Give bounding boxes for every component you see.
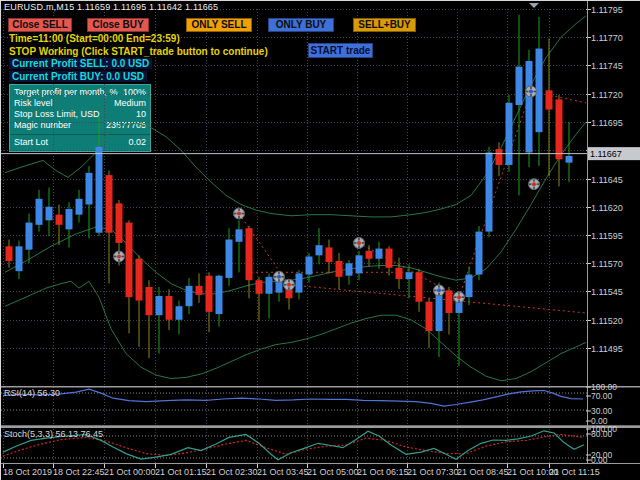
candle-bearish [166,296,173,320]
ea-time-status: Time=11:00 (Start=00:00 End=23:59) [9,33,180,44]
candle-bullish [306,256,313,274]
candle-bearish [366,251,373,259]
start-trade-button[interactable]: START trade [308,43,373,58]
price-axis-label: 1.11520 [591,316,623,326]
candle-bullish [526,61,533,153]
candle-bullish [186,286,193,306]
candle-bearish [56,215,63,225]
stoch-axis-label: 0.00 [591,455,608,465]
candle-bearish [426,302,433,331]
trade-marker-part [437,288,441,292]
trade-marker-part [237,212,241,216]
candle-bullish [376,249,383,259]
candle-bullish [486,153,493,232]
candle-bearish [556,99,563,159]
price-axis-label: 1.11545 [591,287,623,297]
rsi-indicator-label: RSI(14) 56.30 [4,388,60,398]
candle-bearish [6,246,13,261]
trade-marker-part [287,283,291,287]
time-axis-label: 21 Oct 03:45 [257,467,309,477]
candle-bullish [66,209,73,229]
trade-marker-buy [434,285,445,296]
candle-bullish [26,223,33,250]
candle-bearish [196,286,203,295]
trade-marker-part [117,254,121,258]
price-axis-label: 1.11645 [591,175,623,185]
candle-bullish [216,276,223,314]
current-price-value: 1.11667 [590,149,622,159]
trade-marker-buy [274,271,285,282]
candle-bearish [146,287,153,315]
candle-bullish [516,67,523,105]
time-axis-label: 21 Oct 06:15 [357,467,409,477]
candle-bullish [96,147,103,233]
candle-bullish [476,232,483,275]
candle-bearish [496,149,503,165]
price-axis-label: 1.11570 [591,259,623,269]
mt4-chart-window: 1.117951.117701.117451.117201.116951.116… [0,0,640,480]
candle-bullish [236,229,243,241]
time-axis-label: 18 Oct 22:45 [53,467,105,477]
price-axis-label: 1.11695 [591,118,623,128]
only-sell-button[interactable]: ONLY SELL [186,18,252,32]
price-axis-label: 1.11620 [591,203,623,213]
candle-bearish [446,290,453,313]
candle-bullish [176,306,183,320]
candle-bullish [406,272,413,279]
candle-bullish [266,277,273,294]
trade-marker-sell [529,179,540,190]
price-axis-label: 1.11495 [591,344,623,354]
time-axis-label: 21 Oct 00:00 [104,467,156,477]
close-buy-button[interactable]: Close BUY [87,18,149,32]
trade-marker-part [357,241,361,245]
candle-bullish [566,156,573,163]
candle-bullish [16,246,23,271]
candle-bullish [36,199,43,225]
candle-bearish [246,228,253,280]
candle-bearish [126,223,133,298]
candle-bullish [296,273,303,292]
candle-bullish [226,240,233,278]
time-axis-label: 21 Oct 01:15 [155,467,207,477]
stoch-axis-label: 80.00 [591,429,613,439]
stoch-indicator-label: Stoch(5,3,3) 56.13 76.45 [4,429,103,439]
time-axis-label: 18 Oct 2019 [3,467,52,477]
sell-buy-button[interactable]: SELL+BUY [353,18,416,32]
trade-marker-sell [234,208,245,219]
current-profit-sell: Current Profit SELL: 0.0 USD [9,58,152,69]
time-axis-label: 21 Oct 05:00 [307,467,359,477]
candle-bullish [436,290,443,331]
trade-marker-buy [526,86,537,97]
candle-bullish [86,173,93,205]
candle-bearish [546,90,553,109]
bollinger-lower [5,281,586,381]
candle-bearish [336,261,343,277]
only-buy-button[interactable]: ONLY BUY [268,18,334,32]
time-axis-label: 21 Oct 07:30 [407,467,459,477]
candle-bullish [46,207,53,221]
close-sell-button[interactable]: Close SELL [8,18,72,32]
current-profit-buy: Current Profit BUY: 0.0 USD [9,71,147,82]
price-axis-label: 1.11720 [591,90,623,100]
candle-bearish [396,268,403,279]
candle-bearish [136,259,143,301]
rsi-axis-label: 30.00 [591,406,613,416]
candle-bearish [416,272,423,301]
trade-marker-sell [114,251,125,262]
rsi-axis-label: 70.00 [591,391,613,401]
trade-marker-part [277,275,281,279]
candle-bullish [316,245,323,255]
candle-bearish [206,276,213,312]
price-axis-label: 1.11770 [591,33,623,43]
candle-bearish [106,175,113,233]
candle-bearish [326,247,333,262]
candle-bearish [116,203,123,243]
price-axis-label: 1.11745 [591,61,623,71]
trade-marker-sell [354,237,365,248]
price-axis-label: 1.11795 [591,5,623,15]
candle-bullish [346,263,353,275]
candle-bullish [156,296,163,315]
candle-bullish [466,275,473,298]
chart-title-ohlc: EURUSD.m,M15 1.11659 1.11695 1.11642 1.1… [4,2,218,12]
pane-separator [1,426,640,428]
